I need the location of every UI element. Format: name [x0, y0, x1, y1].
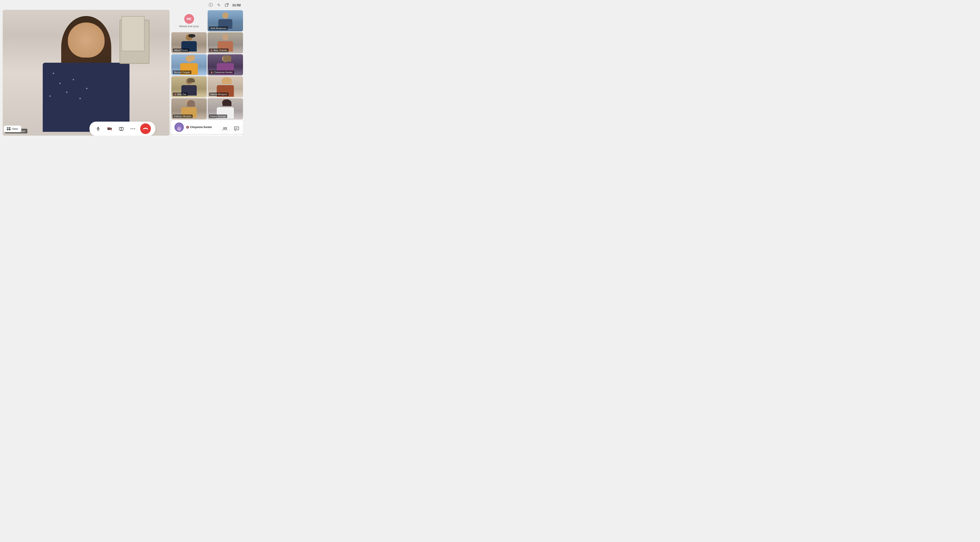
camera-button[interactable] [105, 125, 114, 133]
controls-center [89, 122, 155, 136]
svg-point-16 [132, 128, 133, 129]
top-bar: ⓘ 11:52 [208, 0, 245, 10]
chat-button[interactable] [232, 124, 241, 133]
participant-tile-kathryn[interactable]: Kathryn Murphy [171, 98, 207, 119]
amy-label: 🔇 Amy Dokidis [209, 49, 229, 52]
josh-label: Josh Anderson [209, 27, 228, 30]
svg-rect-1 [7, 127, 8, 128]
main-video-area: Bessie Cooper [3, 10, 170, 136]
svg-rect-2 [9, 127, 10, 128]
more-button[interactable] [129, 125, 137, 133]
svg-rect-7 [98, 127, 99, 129]
svg-point-15 [130, 128, 132, 129]
video-call-container: Bessie Cooper ME Melody Enki (you) Josh … [0, 10, 245, 136]
svg-rect-4 [9, 128, 10, 129]
clock: 11:52 [232, 3, 241, 7]
svg-rect-3 [7, 128, 8, 129]
participant-tile-kasey[interactable]: Kasey George [208, 98, 243, 119]
hanna-label: Hanna Bergson [209, 92, 229, 96]
info-icon[interactable]: ⓘ [208, 2, 213, 7]
participants-panel: ME Melody Enki (you) Josh Anderson Alber… [171, 10, 245, 136]
svg-rect-20 [234, 127, 239, 130]
participant-tile-hanna[interactable]: Hanna Bergson [208, 76, 243, 97]
svg-rect-10 [108, 128, 111, 130]
participant-tile-billy[interactable]: 🔇 Billy Dai [171, 76, 207, 97]
chat-icon [234, 127, 239, 131]
popout-icon[interactable] [224, 2, 229, 7]
minimize-icon[interactable] [216, 2, 221, 7]
albert-label: Albert Flores [173, 49, 189, 52]
participant-tile-bessie[interactable]: Bessie Cooper [171, 54, 207, 75]
svg-point-17 [134, 128, 135, 129]
controls-right [220, 124, 241, 133]
grid-icon [7, 127, 10, 130]
people-button[interactable] [220, 124, 230, 133]
end-call-icon [143, 127, 148, 130]
participant-tile-melody[interactable]: ME Melody Enki (you) [171, 10, 207, 31]
kathryn-label: Kathryn Murphy [173, 114, 193, 118]
participant-tile-josh[interactable]: Josh Anderson [208, 10, 243, 31]
people-icon [223, 127, 228, 131]
mic-button[interactable] [94, 125, 102, 133]
cheyenne-label: 🔇 Cheyenne Kenter [209, 70, 234, 74]
share-icon [119, 127, 124, 131]
participant-tile-amy[interactable]: 🔇 Amy Dokidis [208, 32, 243, 53]
view-button[interactable]: View [3, 125, 21, 132]
kasey-label: Kasey George [209, 114, 227, 118]
svg-rect-6 [9, 129, 10, 130]
svg-rect-5 [7, 129, 8, 130]
svg-point-19 [226, 127, 227, 128]
participant-tile-cheyenne[interactable]: 🔇 Cheyenne Kenter [208, 54, 243, 75]
bottom-bar: View [0, 122, 245, 136]
end-call-button[interactable] [140, 124, 151, 134]
billy-label: 🔇 Billy Dai [173, 92, 188, 96]
more-icon [130, 128, 135, 129]
bessie-label: Bessie Cooper [173, 70, 191, 74]
share-button[interactable] [117, 125, 126, 133]
svg-rect-0 [225, 4, 228, 6]
mic-icon [96, 126, 100, 131]
melody-avatar: ME [184, 14, 194, 24]
svg-point-18 [223, 127, 225, 129]
participants-grid: ME Melody Enki (you) Josh Anderson Alber… [171, 10, 243, 119]
camera-icon [107, 127, 112, 131]
participant-tile-albert[interactable]: Albert Flores [171, 32, 207, 53]
view-label: View [12, 127, 18, 130]
melody-name: Melody Enki (you) [179, 25, 199, 28]
